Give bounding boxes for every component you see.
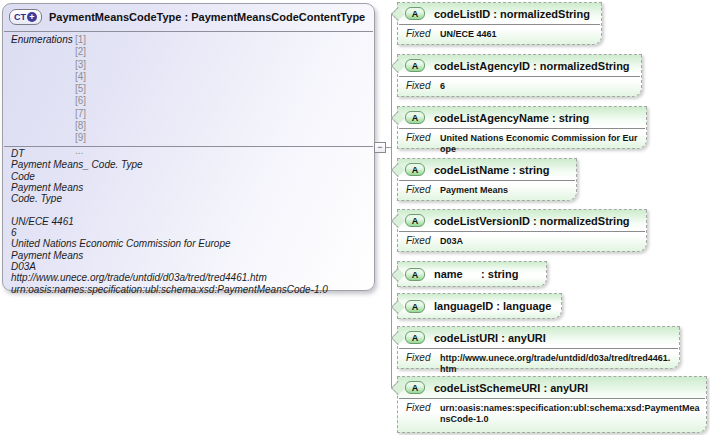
fixed-value: http://www.unece.org/trade/untdid/d03a/t… [440, 352, 673, 375]
attribute-title: codeListName : string [434, 164, 550, 176]
attribute-codeListName[interactable]: A codeListName : string Fixed Payment Me… [397, 158, 577, 201]
complex-type-box[interactable]: CT + PaymentMeansCodeType : PaymentMeans… [2, 3, 375, 291]
annotation-line: DT [11, 148, 368, 159]
annotation-line: Payment Means [11, 250, 368, 261]
annotation-line: D03A [11, 261, 368, 272]
fixed-label: Fixed [406, 80, 440, 92]
attribute-title: codeListURI : anyURI [434, 332, 546, 344]
enum-value: [5] [75, 83, 86, 95]
fixed-label: Fixed [406, 28, 440, 40]
expand-plus-icon[interactable]: + [27, 12, 37, 22]
header-divider [4, 31, 373, 32]
attribute-codeListSchemeURI[interactable]: A codeListSchemeURI : anyURI Fixed urn:o… [397, 376, 707, 433]
annotation-line [11, 204, 368, 215]
attribute-title: name : string [434, 268, 518, 280]
enum-value: [8] [75, 120, 86, 132]
attribute-title: languageID : language [434, 300, 551, 312]
attribute-icon: A [405, 268, 425, 281]
attribute-codeListAgencyID[interactable]: A codeListAgencyID : normalizedString Fi… [397, 54, 642, 97]
enumerations-list: [1] [2] [3] [4] [5] [6] [7] [8] [9] ... [75, 34, 86, 157]
attribute-icon: A [405, 163, 425, 176]
connector-trunk [391, 13, 392, 388]
enum-value: [2] [75, 46, 86, 58]
enum-value: [7] [75, 108, 86, 120]
schema-diagram-canvas: CT + PaymentMeansCodeType : PaymentMeans… [0, 0, 710, 435]
annotation-line: Code. Type [11, 193, 368, 204]
attribute-title: codeListVersionID : normalizedString [434, 215, 630, 227]
attribute-icon: A [405, 214, 425, 227]
annotation-line: 6 [11, 227, 368, 238]
annotation-line: Payment Means_ Code. Type [11, 159, 368, 170]
enumerations-label: Enumerations [11, 34, 73, 45]
attribute-icon: A [405, 381, 425, 394]
fixed-value: D03A [440, 235, 463, 247]
annotation-divider [4, 146, 373, 147]
attribute-title: codeListSchemeURI : anyURI [434, 382, 588, 394]
fixed-value: Payment Means [440, 184, 508, 196]
annotation-line: Code [11, 171, 368, 182]
ct-icon-label: CT [14, 12, 26, 22]
attribute-name[interactable]: A name : string [397, 261, 547, 287]
fixed-value: UN/ECE 4461 [440, 28, 497, 40]
attribute-codeListURI[interactable]: A codeListURI : anyURI Fixed http://www.… [397, 326, 680, 369]
attribute-icon: A [405, 331, 425, 344]
collapse-button[interactable]: − [374, 142, 386, 153]
attribute-codeListID[interactable]: A codeListID : normalizedString Fixed UN… [397, 2, 602, 45]
enum-value: [4] [75, 71, 86, 83]
annotation-line: urn:oasis:names:specification:ubl:schema… [11, 284, 368, 295]
annotation-line: United Nations Economic Commission for E… [11, 238, 368, 249]
attribute-title: codeListAgencyName : string [434, 112, 589, 124]
attribute-icon: A [405, 111, 425, 124]
attribute-codeListAgencyName[interactable]: A codeListAgencyName : string Fixed Unit… [397, 106, 647, 149]
attribute-title: codeListID : normalizedString [434, 8, 590, 20]
fixed-label: Fixed [406, 402, 440, 425]
attribute-title: codeListAgencyID : normalizedString [434, 60, 630, 72]
attribute-icon: A [405, 59, 425, 72]
enum-value: [1] [75, 34, 86, 46]
annotation-line: Payment Means [11, 182, 368, 193]
attribute-codeListVersionID[interactable]: A codeListVersionID : normalizedString F… [397, 209, 647, 252]
attribute-languageID[interactable]: A languageID : language [397, 293, 562, 319]
complex-type-title: PaymentMeansCodeType : PaymentMeansCodeC… [49, 11, 365, 23]
enum-value: [3] [75, 59, 86, 71]
attribute-icon: A [405, 7, 425, 20]
fixed-value: United Nations Economic Commission for E… [440, 132, 640, 155]
fixed-value: urn:oasis:names:specification:ubl:schema… [440, 402, 700, 425]
complex-type-icon[interactable]: CT + [9, 9, 42, 25]
annotation-line: http://www.unece.org/trade/untdid/d03a/t… [11, 272, 368, 283]
annotation-line: UN/ECE 4461 [11, 216, 368, 227]
fixed-label: Fixed [406, 184, 440, 196]
attribute-icon: A [405, 300, 425, 313]
complex-type-header: CT + PaymentMeansCodeType : PaymentMeans… [3, 4, 374, 30]
annotation-block: DT Payment Means_ Code. Type Code Paymen… [11, 148, 368, 295]
fixed-label: Fixed [406, 352, 440, 375]
fixed-value: 6 [440, 80, 445, 92]
enum-value: [6] [75, 95, 86, 107]
enum-value: [9] [75, 132, 86, 144]
fixed-label: Fixed [406, 235, 440, 247]
fixed-label: Fixed [406, 132, 440, 155]
